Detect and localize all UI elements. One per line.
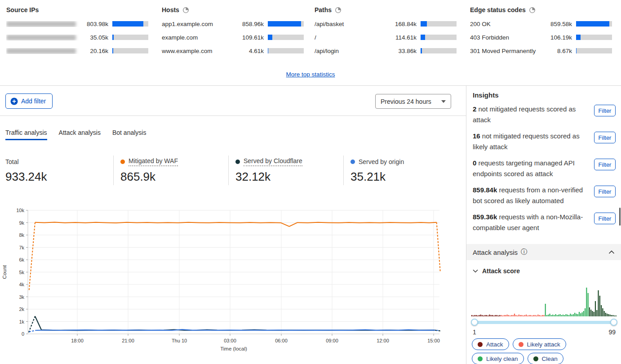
stat-value: 4.61k bbox=[235, 48, 264, 54]
stat-bar bbox=[112, 35, 148, 40]
slider-handle-max[interactable] bbox=[610, 319, 617, 326]
legend-chip-likely-clean[interactable]: Likely clean bbox=[472, 353, 524, 364]
legend-dot bbox=[533, 356, 538, 361]
stat-row: 403 Forbidden106.19k bbox=[470, 31, 612, 44]
svg-text:21:00: 21:00 bbox=[122, 338, 134, 343]
pie-chart-icon[interactable] bbox=[182, 7, 189, 13]
redacted-value bbox=[6, 48, 76, 54]
pie-chart-icon[interactable] bbox=[335, 7, 342, 13]
stat-bar bbox=[576, 48, 612, 53]
summary-value: 35.21k bbox=[350, 170, 404, 184]
slider-labels: 1 99 bbox=[473, 328, 616, 336]
insight-item: 859.36k requests with a non-Mozilla-comp… bbox=[473, 212, 616, 233]
stat-row: /api/basket168.84k bbox=[315, 17, 457, 31]
svg-text:2k: 2k bbox=[19, 306, 24, 312]
redacted-ip bbox=[6, 21, 80, 27]
stat-row: example.com109.61k bbox=[162, 31, 304, 44]
top-stat-column-edge-status-codes: Edge status codes200 OK859.58k403 Forbid… bbox=[470, 5, 612, 58]
stat-bar-fill bbox=[576, 48, 577, 53]
svg-text:9k: 9k bbox=[19, 220, 24, 226]
insight-filter-button[interactable]: Filter bbox=[594, 213, 616, 224]
tab-bot-analysis[interactable]: Bot analysis bbox=[112, 129, 146, 140]
summary-label: Total bbox=[5, 157, 47, 166]
add-filter-label: Add filter bbox=[21, 98, 46, 105]
slider-min-label: 1 bbox=[473, 328, 476, 336]
top-stat-column-source-ips: Source IPs803.98k35.05k20.16k bbox=[6, 5, 148, 58]
svg-text:15:00: 15:00 bbox=[427, 338, 440, 343]
stat-label: example.com bbox=[162, 34, 235, 41]
insight-filter-button[interactable]: Filter bbox=[594, 132, 616, 143]
attack-score-histogram bbox=[471, 283, 617, 316]
stat-bar bbox=[421, 21, 457, 27]
stat-label: 403 Forbidden bbox=[470, 34, 543, 41]
divider bbox=[228, 155, 229, 185]
tab-attack-analysis[interactable]: Attack analysis bbox=[59, 129, 101, 140]
insight-text: 0 requests targeting managed API endpoin… bbox=[473, 158, 590, 179]
svg-text:7k: 7k bbox=[19, 245, 24, 250]
time-range-select[interactable]: Previous 24 hours bbox=[375, 94, 451, 109]
chevron-up-icon[interactable] bbox=[608, 250, 615, 254]
stat-row: /api/login33.86k bbox=[315, 44, 457, 58]
stat-row: app1.example.com858.96k bbox=[162, 17, 304, 31]
summary-served-by-cloudflare: Served by Cloudflare32.12k bbox=[235, 157, 302, 184]
legend-chip-clean[interactable]: Clean bbox=[528, 353, 563, 364]
legend-chip-label: Likely clean bbox=[486, 355, 518, 362]
stat-bar-fill bbox=[421, 35, 425, 40]
stat-value: 106.19k bbox=[543, 34, 572, 41]
summary-label: Mitigated by WAF bbox=[120, 157, 178, 166]
stat-bar bbox=[421, 48, 457, 53]
stat-row: 803.98k bbox=[6, 17, 148, 31]
legend-dot bbox=[519, 342, 523, 347]
insight-text: 859.36k requests with a non-Mozilla-comp… bbox=[473, 212, 590, 233]
stat-bar-fill bbox=[112, 48, 113, 53]
traffic-chart-svg: 01k2k3k4k5k6k7k8k9k10k18:0021:00Thu 1003… bbox=[0, 203, 454, 356]
attack-score-toggle[interactable]: Attack score bbox=[473, 267, 520, 275]
stat-value: 114.61k bbox=[388, 34, 417, 41]
legend-chip-attack[interactable]: Attack bbox=[472, 338, 509, 350]
attack-score-slider[interactable] bbox=[472, 319, 616, 326]
stat-bar bbox=[112, 21, 148, 27]
insight-filter-button[interactable]: Filter bbox=[594, 186, 616, 197]
divider bbox=[0, 115, 466, 116]
svg-text:06:00: 06:00 bbox=[275, 338, 288, 343]
more-top-statistics-link[interactable]: More top statistics bbox=[286, 71, 335, 78]
stat-bar-fill bbox=[112, 35, 114, 40]
scrollbar-thumb[interactable] bbox=[619, 208, 621, 226]
svg-text:5k: 5k bbox=[19, 270, 24, 275]
stat-bar bbox=[268, 35, 304, 40]
top-stat-title-text: Paths bbox=[315, 6, 332, 13]
stat-row: www.example.com4.61k bbox=[162, 44, 304, 58]
attack-score-legend: AttackLikely attackLikely cleanClean bbox=[472, 338, 609, 364]
summary-label-text[interactable]: Mitigated by WAF bbox=[129, 157, 178, 166]
legend-chip-label: Attack bbox=[486, 341, 503, 348]
pie-chart-icon[interactable] bbox=[529, 7, 536, 13]
more-link-wrap: More top statistics bbox=[0, 70, 621, 78]
stat-bar-fill bbox=[576, 21, 609, 27]
top-stat-column-hosts: Hostsapp1.example.com858.96kexample.com1… bbox=[162, 5, 304, 58]
attack-score-label: Attack score bbox=[482, 267, 520, 275]
series-dot bbox=[235, 160, 240, 164]
legend-dot bbox=[478, 356, 483, 361]
divider bbox=[343, 155, 344, 185]
add-filter-button[interactable]: Add filter bbox=[5, 93, 53, 109]
slider-track[interactable] bbox=[472, 321, 616, 324]
insight-filter-button[interactable]: Filter bbox=[594, 159, 616, 170]
top-stat-title: Source IPs bbox=[6, 5, 148, 14]
stat-bar-fill bbox=[421, 21, 427, 27]
legend-chip-likely-attack[interactable]: Likely attack bbox=[513, 338, 566, 350]
summary-label-text[interactable]: Served by Cloudflare bbox=[244, 157, 302, 166]
summary-label: Served by origin bbox=[350, 157, 404, 166]
info-icon[interactable]: ⓘ bbox=[521, 248, 527, 256]
svg-text:12:00: 12:00 bbox=[377, 338, 389, 343]
insight-filter-button[interactable]: Filter bbox=[594, 105, 616, 116]
slider-max-label: 99 bbox=[608, 328, 616, 336]
stat-bar-fill bbox=[268, 21, 301, 27]
attack-analysis-header[interactable]: Attack analysis ⓘ bbox=[466, 244, 621, 260]
redacted-value bbox=[6, 35, 76, 40]
redacted-value bbox=[6, 21, 76, 27]
slider-handle-min[interactable] bbox=[471, 319, 478, 326]
insight-text: 2 not mitigated requests scored as attac… bbox=[473, 104, 590, 125]
stat-row: /114.61k bbox=[315, 31, 457, 44]
tab-traffic-analysis[interactable]: Traffic analysis bbox=[5, 129, 47, 140]
insights-panel: Insights 2 not mitigated requests scored… bbox=[466, 86, 621, 364]
